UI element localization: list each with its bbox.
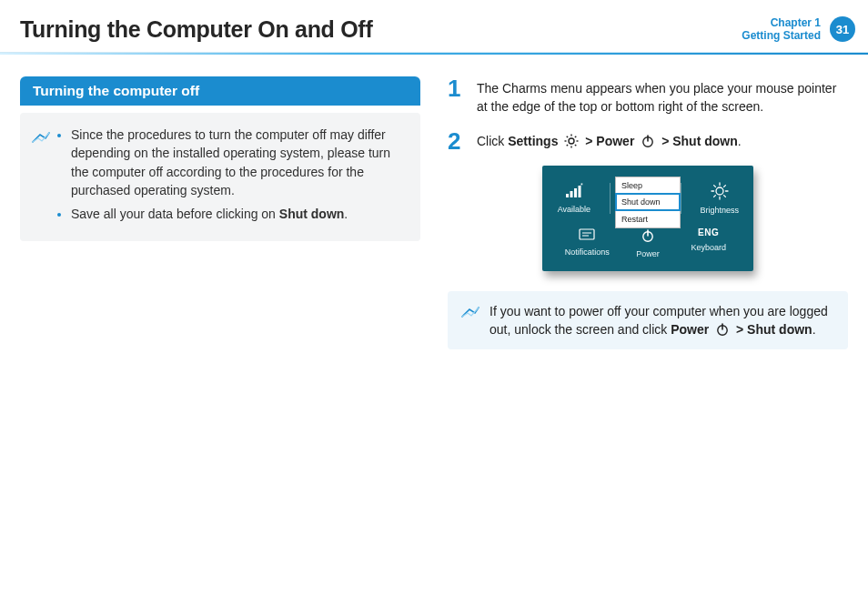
svg-rect-13 [574, 188, 577, 197]
tip-power: Power [671, 322, 709, 337]
page-number-badge: 31 [830, 16, 855, 42]
section-heading: Turning the computer off [20, 76, 420, 106]
step-1: 1 The Charms menu appears when you place… [448, 76, 848, 116]
chapter-label: Chapter 1 [742, 16, 821, 29]
step-2-end: . [738, 134, 742, 148]
svg-point-0 [569, 138, 574, 144]
signal-bars-icon: * [565, 183, 583, 199]
svg-line-24 [723, 185, 725, 187]
charms-power-label: Power [636, 249, 660, 258]
tip-text: If you want to power off your computer w… [490, 302, 835, 339]
tip-power-icon [714, 321, 731, 338]
step-1-text: The Charms menu appears when you place y… [477, 76, 848, 116]
manual-page: Turning the Computer On and Off Chapter … [0, 0, 868, 616]
svg-line-7 [567, 144, 568, 145]
charms-screenshot: Sleep Shut down Restart * Available [542, 166, 753, 271]
charms-keyboard-badge: ENG [698, 227, 719, 237]
svg-rect-11 [566, 194, 569, 197]
charms-brightness-label: Brightness [700, 206, 739, 215]
svg-line-22 [723, 195, 725, 197]
tip-icon [460, 302, 480, 339]
charms-power[interactable]: Power [618, 227, 679, 258]
svg-line-21 [713, 185, 715, 187]
charms-keyboard-label: Keyboard [691, 243, 726, 252]
svg-text:*: * [580, 183, 583, 188]
step-2-shutdown: Shut down [672, 134, 738, 148]
svg-line-6 [575, 144, 576, 145]
svg-line-8 [575, 136, 576, 136]
note-box: Since the procedures to turn the compute… [20, 113, 420, 241]
power-menu-sleep[interactable]: Sleep [616, 177, 680, 194]
svg-rect-12 [570, 191, 572, 197]
body-columns: Turning the computer off Since the proce… [0, 55, 868, 349]
step-2-settings: Settings [508, 134, 558, 148]
charms-power-icon [640, 227, 656, 244]
step-2-a: Click [477, 134, 508, 148]
step-2-sep2: > [661, 134, 672, 148]
brightness-icon [711, 182, 729, 200]
left-column: Turning the computer off Since the proce… [20, 76, 420, 349]
page-title: Turning the Computer On and Off [20, 16, 372, 43]
svg-rect-25 [580, 229, 594, 239]
chapter-info: Chapter 1 Getting Started 31 [742, 16, 855, 43]
chapter-text: Chapter 1 Getting Started [742, 16, 821, 43]
note-bullet-2-bold: Shut down [279, 207, 345, 221]
tip-sep: > [736, 322, 747, 337]
tip-end: . [812, 322, 816, 337]
note-bullet-1-text: Since the procedures to turn the compute… [71, 127, 390, 197]
step-2-sep1: > [585, 134, 596, 148]
power-popup-menu: Sleep Shut down Restart [615, 177, 681, 228]
settings-gear-icon [563, 133, 580, 149]
charms-keyboard[interactable]: ENG Keyboard [678, 227, 739, 258]
note-bullet-2-text-c: . [344, 207, 348, 221]
notifications-icon [578, 227, 596, 242]
charms-brightness[interactable]: Brightness [700, 182, 739, 215]
page-header: Turning the Computer On and Off Chapter … [0, 0, 868, 52]
power-icon [640, 133, 656, 149]
chapter-subtitle: Getting Started [742, 29, 821, 42]
power-menu-restart[interactable]: Restart [616, 210, 680, 227]
note-bullet-2: Save all your data before clicking on Sh… [71, 205, 406, 223]
right-column: 1 The Charms menu appears when you place… [448, 76, 848, 349]
charms-separator-1 [610, 183, 611, 214]
tip-shutdown: Shut down [747, 322, 812, 337]
note-bullet-2-text-a: Save all your data before clicking on [71, 207, 279, 221]
note-list: Since the procedures to turn the compute… [58, 126, 406, 228]
step-2-power: Power [596, 134, 634, 148]
charms-notifications[interactable]: Notifications [557, 227, 618, 258]
note-icon [31, 126, 51, 228]
svg-line-23 [713, 195, 715, 197]
note-bullet-1: Since the procedures to turn the compute… [71, 126, 406, 199]
charms-notifications-label: Notifications [565, 247, 610, 257]
charms-available[interactable]: * Available [557, 183, 591, 214]
charms-available-label: Available [558, 205, 590, 214]
step-2: 2 Click Settings [448, 129, 848, 153]
step-2-number: 2 [448, 129, 466, 153]
step-1-number: 1 [448, 76, 466, 116]
step-2-text: Click Settings > Power [477, 129, 742, 153]
svg-point-16 [716, 187, 723, 195]
tip-box: If you want to power off your computer w… [448, 291, 848, 350]
svg-line-5 [567, 136, 568, 136]
charms-separator-2 [681, 183, 681, 214]
power-menu-shutdown[interactable]: Shut down [615, 193, 681, 211]
charms-bottom-row: Notifications Power ENG Keyboard [557, 227, 739, 258]
